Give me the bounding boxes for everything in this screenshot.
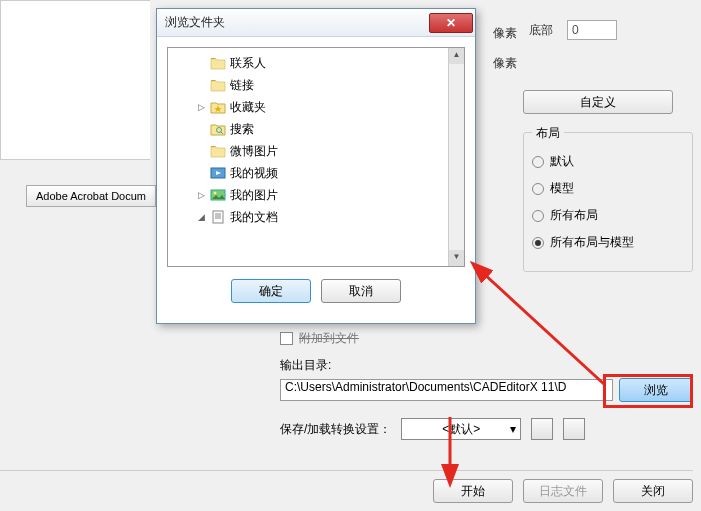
scroll-up-button[interactable]: ▲ <box>449 48 464 64</box>
custom-button[interactable]: 自定义 <box>523 90 673 114</box>
folder-icon <box>210 188 226 202</box>
preset-add-button[interactable] <box>531 418 553 440</box>
layout-radio-allmodel[interactable]: 所有布局与模型 <box>532 234 684 251</box>
tree-item-label: 联系人 <box>230 55 266 72</box>
layout-radio-default[interactable]: 默认 <box>532 153 684 170</box>
attach-file-checkbox[interactable] <box>280 332 293 345</box>
layout-radio-label: 模型 <box>550 180 574 197</box>
folder-icon <box>210 56 226 70</box>
tree-item[interactable]: ▷收藏夹 <box>170 96 462 118</box>
output-dir-input[interactable]: C:\Users\Administrator\Documents\CADEdit… <box>280 379 613 401</box>
attach-file-row[interactable]: 附加到文件 <box>280 330 693 347</box>
expander-icon[interactable]: ▷ <box>196 102 206 112</box>
tree-item-label: 搜索 <box>230 121 254 138</box>
tree-scrollbar[interactable]: ▲ ▼ <box>448 48 464 266</box>
folder-icon <box>210 78 226 92</box>
layout-group: 布局 默认 模型 所有布局 所有布局与模型 <box>523 132 693 272</box>
dialog-titlebar[interactable]: 浏览文件夹 ✕ <box>157 9 475 37</box>
folder-icon <box>210 100 226 114</box>
tree-item[interactable]: ▷我的图片 <box>170 184 462 206</box>
bottom-label: 底部 <box>529 22 559 39</box>
browse-button[interactable]: 浏览 <box>619 378 693 402</box>
tree-item[interactable]: 我的视频 <box>170 162 462 184</box>
px-label-2: 像素 <box>493 55 517 72</box>
start-button[interactable]: 开始 <box>433 479 513 503</box>
preset-select[interactable]: <默认> <box>401 418 521 440</box>
bottom-button-bar: 开始 日志文件 关闭 <box>0 470 693 503</box>
svg-point-4 <box>214 192 217 195</box>
tree-item-label: 链接 <box>230 77 254 94</box>
layout-group-title: 布局 <box>532 125 564 142</box>
folder-icon <box>210 144 226 158</box>
browse-folder-dialog: 浏览文件夹 ✕ 联系人链接▷收藏夹搜索微博图片我的视频▷我的图片◢我的文档 ▲ … <box>156 8 476 324</box>
tree-item[interactable]: 链接 <box>170 74 462 96</box>
svg-rect-5 <box>213 211 223 223</box>
attach-file-label: 附加到文件 <box>299 330 359 347</box>
save-settings-label: 保存/加载转换设置： <box>280 421 391 438</box>
tree-item-label: 收藏夹 <box>230 99 266 116</box>
filetype-button[interactable]: Adobe Acrobat Docum <box>26 185 156 207</box>
dialog-close-button[interactable]: ✕ <box>429 13 473 33</box>
layout-radio-all[interactable]: 所有布局 <box>532 207 684 224</box>
folder-icon <box>210 166 226 180</box>
tree-item-label: 我的视频 <box>230 165 278 182</box>
preset-remove-button[interactable] <box>563 418 585 440</box>
dialog-title: 浏览文件夹 <box>165 14 429 31</box>
folder-icon <box>210 210 226 224</box>
close-button[interactable]: 关闭 <box>613 479 693 503</box>
layout-radio-label: 所有布局 <box>550 207 598 224</box>
preview-panel <box>0 0 150 160</box>
output-dir-label: 输出目录: <box>280 357 693 374</box>
layout-radio-label: 所有布局与模型 <box>550 234 634 251</box>
scroll-down-button[interactable]: ▼ <box>449 250 464 266</box>
tree-item[interactable]: ◢我的文档 <box>170 206 462 228</box>
preset-value: <默认> <box>442 421 480 438</box>
log-button[interactable]: 日志文件 <box>523 479 603 503</box>
layout-radio-label: 默认 <box>550 153 574 170</box>
close-icon: ✕ <box>446 16 456 30</box>
layout-radio-model[interactable]: 模型 <box>532 180 684 197</box>
bottom-input[interactable] <box>567 20 617 40</box>
tree-item-label: 我的图片 <box>230 187 278 204</box>
px-label-1: 像素 <box>493 25 517 42</box>
dialog-ok-button[interactable]: 确定 <box>231 279 311 303</box>
tree-item[interactable]: 搜索 <box>170 118 462 140</box>
output-section: 附加到文件 输出目录: C:\Users\Administrator\Docum… <box>280 330 693 440</box>
tree-item-label: 我的文档 <box>230 209 278 226</box>
expander-icon[interactable]: ▷ <box>196 190 206 200</box>
tree-item-label: 微博图片 <box>230 143 278 160</box>
folder-tree[interactable]: 联系人链接▷收藏夹搜索微博图片我的视频▷我的图片◢我的文档 ▲ ▼ <box>167 47 465 267</box>
folder-icon <box>210 122 226 136</box>
dialog-cancel-button[interactable]: 取消 <box>321 279 401 303</box>
tree-item[interactable]: 微博图片 <box>170 140 462 162</box>
expander-icon[interactable]: ◢ <box>196 212 206 222</box>
tree-item[interactable]: 联系人 <box>170 52 462 74</box>
